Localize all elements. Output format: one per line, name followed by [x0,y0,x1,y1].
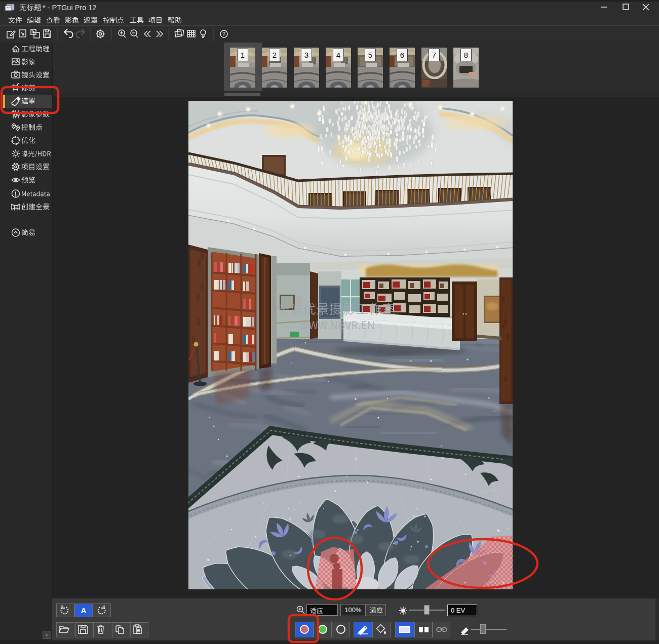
svg-text:?: ? [222,31,225,37]
